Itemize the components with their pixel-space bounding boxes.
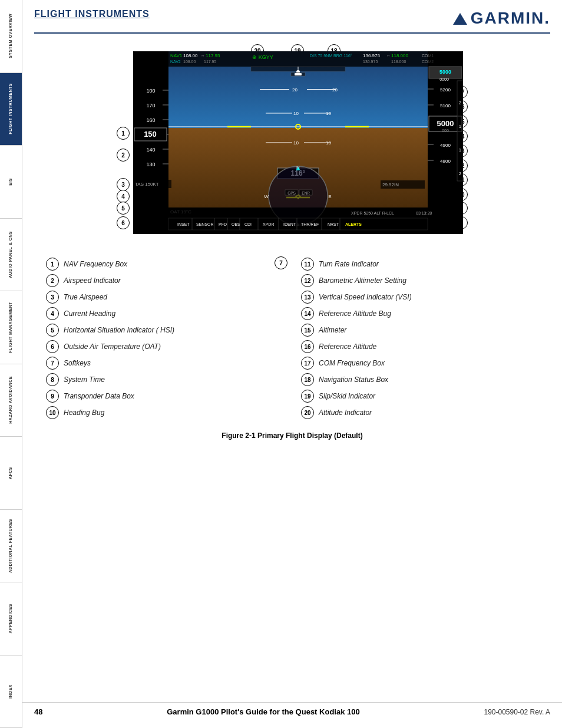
sidebar-item-eis[interactable]: EIS bbox=[0, 146, 22, 219]
sidebar: SYSTEM OVERVIEW FLIGHT INSTRUMENTS EIS A… bbox=[0, 0, 22, 728]
legend-text: Slip/Skid Indicator bbox=[319, 392, 375, 400]
legend-item: 5 Horizontal Situation Indicator ( HSI) bbox=[46, 324, 283, 337]
svg-text:4900: 4900 bbox=[440, 143, 451, 148]
svg-text:117.95: 117.95 bbox=[206, 53, 220, 58]
pfd-display: NAV1 108.00 ↔ 117.95 NAV2 108.00 117.95 … bbox=[133, 51, 463, 234]
svg-text:↔: ↔ bbox=[201, 54, 205, 58]
callout-5: 5 bbox=[117, 202, 130, 215]
legend-number: 5 bbox=[46, 324, 59, 337]
legend-text: Turn Rate Indicator bbox=[319, 260, 379, 268]
garmin-logo-text: GARMIN. bbox=[471, 9, 550, 28]
sidebar-item-flight-instruments[interactable]: FLIGHT INSTRUMENTS bbox=[0, 73, 22, 146]
svg-text:NRST: NRST bbox=[328, 222, 339, 226]
svg-text:108.00: 108.00 bbox=[183, 53, 198, 58]
svg-text:XPDR 5250  ALT  R-LCL: XPDR 5250 ALT R-LCL bbox=[351, 211, 394, 215]
main-content: FLIGHT INSTRUMENTS GARMIN. 20 19 18 1 2 … bbox=[22, 0, 562, 449]
legend-text: System Time bbox=[64, 375, 105, 384]
svg-text:136.975: 136.975 bbox=[363, 60, 378, 64]
svg-text:000: 000 bbox=[442, 129, 449, 133]
legend-left: 1 NAV Frequency Box 2 Airspeed Indicator… bbox=[46, 258, 283, 423]
legend-item: 16 Reference Altitude bbox=[301, 340, 538, 353]
sidebar-item-flight-management[interactable]: FLIGHT MANAGEMENT bbox=[0, 291, 22, 364]
svg-text:170: 170 bbox=[146, 103, 155, 108]
sidebar-item-label: AFCS bbox=[8, 467, 13, 479]
sidebar-item-index[interactable]: INDEX bbox=[0, 655, 22, 729]
svg-text:100: 100 bbox=[146, 88, 155, 94]
legend-text: Airspeed Indicator bbox=[64, 276, 121, 285]
legend-item: 18 Navigation Status Box bbox=[301, 373, 538, 386]
legend-number: 1 bbox=[46, 258, 59, 271]
svg-text:130: 130 bbox=[146, 162, 155, 167]
garmin-triangle-icon bbox=[453, 13, 467, 25]
svg-text:⊕ KGYY: ⊕ KGYY bbox=[252, 54, 273, 60]
svg-text:10: 10 bbox=[293, 140, 299, 146]
legend-item: 15 Altimeter bbox=[301, 324, 538, 337]
svg-text:TAS 150KT: TAS 150KT bbox=[135, 182, 159, 187]
svg-text:5100: 5100 bbox=[440, 103, 451, 108]
svg-text:20: 20 bbox=[292, 87, 297, 93]
svg-text:↔: ↔ bbox=[386, 54, 391, 58]
svg-text:2: 2 bbox=[459, 172, 461, 176]
svg-text:108.00: 108.00 bbox=[183, 60, 196, 64]
legend-container: 1 NAV Frequency Box 2 Airspeed Indicator… bbox=[34, 258, 550, 423]
svg-text:117.95: 117.95 bbox=[204, 60, 217, 64]
svg-text:INSET: INSET bbox=[177, 222, 190, 226]
legend-item: 1 NAV Frequency Box bbox=[46, 258, 283, 271]
page-title: FLIGHT INSTRUMENTS bbox=[34, 9, 150, 19]
svg-text:XPDR: XPDR bbox=[263, 222, 274, 226]
svg-text:03:13:28: 03:13:28 bbox=[416, 211, 432, 215]
page-number: 48 bbox=[34, 707, 42, 716]
pfd-wrapper: 20 19 18 1 2 3 4 5 6 7 8 9 10 11 12 13 1… bbox=[121, 51, 463, 234]
sidebar-item-system-overview[interactable]: SYSTEM OVERVIEW bbox=[0, 0, 22, 73]
legend-item: 17 COM Frequency Box bbox=[301, 357, 538, 370]
legend-item: 8 System Time bbox=[46, 373, 283, 386]
legend-text: Outside Air Temperature (OAT) bbox=[64, 342, 161, 351]
legend-number: 6 bbox=[46, 340, 59, 353]
legend-text: Transponder Data Box bbox=[64, 392, 134, 400]
legend-text: Barometric Altimeter Setting bbox=[319, 276, 406, 285]
legend-item: 12 Barometric Altimeter Setting bbox=[301, 274, 538, 287]
svg-text:160: 160 bbox=[146, 117, 155, 123]
svg-text:136.975: 136.975 bbox=[363, 53, 380, 58]
legend-number: 20 bbox=[301, 406, 314, 419]
svg-text:118.000: 118.000 bbox=[391, 53, 408, 58]
callout-2: 2 bbox=[117, 149, 130, 162]
doc-ref: 190-00590-02 Rev. A bbox=[484, 708, 550, 716]
legend-item: 10 Heading Bug bbox=[46, 406, 283, 419]
svg-text:0000: 0000 bbox=[439, 77, 449, 81]
svg-text:OBS: OBS bbox=[232, 222, 240, 226]
sidebar-item-afcs[interactable]: AFCS bbox=[0, 437, 22, 510]
svg-text:1: 1 bbox=[459, 148, 461, 152]
legend-text: COM Frequency Box bbox=[319, 359, 385, 367]
sidebar-item-hazard-avoidance[interactable]: HAZARD AVOIDANCE bbox=[0, 364, 22, 437]
pfd-svg: NAV1 108.00 ↔ 117.95 NAV2 108.00 117.95 … bbox=[133, 51, 463, 234]
legend-number: 17 bbox=[301, 357, 314, 370]
svg-text:1: 1 bbox=[459, 124, 461, 129]
sidebar-item-label: APPENDICES bbox=[8, 604, 13, 634]
sidebar-item-label: FLIGHT MANAGEMENT bbox=[8, 302, 13, 353]
legend-text: True Airspeed bbox=[64, 293, 107, 301]
callout-7: 7 bbox=[275, 256, 287, 269]
legend-number: 16 bbox=[301, 340, 314, 353]
legend-text: Vertical Speed Indicator (VSI) bbox=[319, 293, 412, 301]
legend-text: Navigation Status Box bbox=[319, 375, 388, 384]
sidebar-item-audio-panel[interactable]: AUDIO PANEL & CNS bbox=[0, 219, 22, 292]
sidebar-item-appendices[interactable]: APPENDICES bbox=[0, 582, 22, 655]
garmin-logo: GARMIN. bbox=[453, 9, 550, 28]
svg-text:THR/REF: THR/REF bbox=[301, 222, 319, 226]
legend-text: Current Heading bbox=[64, 309, 115, 318]
legend-item: 9 Transponder Data Box bbox=[46, 390, 283, 403]
svg-text:SENSOR: SENSOR bbox=[196, 222, 214, 226]
legend-number: 7 bbox=[46, 357, 59, 370]
sidebar-item-additional-features[interactable]: ADDITIONAL FEATURES bbox=[0, 510, 22, 583]
legend-number: 10 bbox=[46, 406, 59, 419]
svg-text:5000: 5000 bbox=[439, 69, 451, 75]
svg-text:PFD: PFD bbox=[219, 222, 227, 226]
svg-text:20: 20 bbox=[332, 87, 338, 93]
sidebar-item-label: ADDITIONAL FEATURES bbox=[8, 519, 13, 573]
sidebar-item-label: HAZARD AVOIDANCE bbox=[8, 376, 13, 424]
page-footer: 48 Garmin G1000 Pilot's Guide for the Qu… bbox=[22, 702, 562, 716]
callout-1: 1 bbox=[117, 127, 130, 140]
figure-caption: Figure 2-1 Primary Flight Display (Defau… bbox=[34, 431, 550, 440]
svg-text:5200: 5200 bbox=[440, 87, 451, 93]
